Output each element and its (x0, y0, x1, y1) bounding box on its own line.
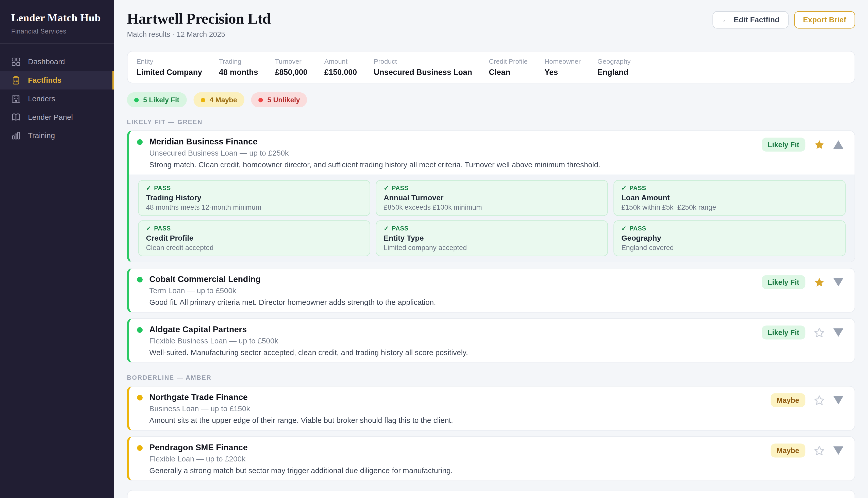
lender-card-controls: Maybe (771, 393, 844, 407)
criterion-tile-loan-amount: ✓ PASS Loan Amount £150k within £5k–£250… (614, 180, 845, 216)
sidebar-item-label: Lenders (28, 94, 55, 103)
expand-triangle-icon[interactable] (833, 446, 843, 455)
summary-field-label: Product (374, 57, 472, 65)
summary-field-label: Geography (597, 57, 631, 65)
criterion-status-label: PASS (629, 225, 646, 232)
criterion-status: ✓ PASS (384, 225, 600, 232)
lender-card-head: Northgate Trade Finance Business Loan — … (129, 386, 855, 430)
star-filled-icon[interactable] (814, 277, 825, 288)
lender-card-head: Meridian Business Finance Unsecured Busi… (129, 131, 855, 175)
criterion-detail: England covered (621, 244, 838, 252)
lender-card-controls: Maybe (771, 443, 844, 457)
lender-card-meridian-business-finance: Meridian Business Finance Unsecured Busi… (127, 130, 855, 262)
status-dot-icon (137, 445, 143, 451)
export-brief-button[interactable]: Export Brief (794, 11, 855, 28)
lender-product: Business Loan — up to £150k (149, 404, 759, 413)
criterion-status: ✓ PASS (146, 225, 363, 232)
main-content: Hartwell Precision Ltd Match results · 1… (114, 0, 868, 498)
lender-note: Strong match. Clean credit, homeowner di… (149, 160, 750, 169)
check-icon: ✓ (384, 185, 389, 192)
lender-card-northgate-trade-finance: Northgate Trade Finance Business Loan — … (127, 386, 855, 431)
criterion-status: ✓ PASS (621, 225, 838, 232)
summary-field-value: £150,000 (324, 68, 357, 77)
match-count-pills: 5 Likely Fit 4 Maybe 5 Unlikely (127, 92, 855, 107)
criterion-status: ✓ PASS (384, 185, 600, 192)
expand-triangle-icon[interactable] (833, 396, 843, 404)
summary-field-amount: Amount £150,000 (324, 57, 357, 77)
fit-badge: Maybe (771, 393, 805, 407)
criterion-detail: Clean credit accepted (146, 244, 363, 252)
sidebar-item-training[interactable]: Training (0, 127, 114, 145)
lender-note: Well-suited. Manufacturing sector accept… (149, 349, 750, 357)
app-subtitle: Financial Services (11, 28, 103, 35)
criterion-tile-annual-turnover: ✓ PASS Annual Turnover £850k exceeds £10… (376, 180, 608, 216)
grid-icon (11, 57, 21, 66)
count-pill-label: 4 Maybe (209, 96, 237, 104)
star-outline-icon[interactable] (814, 445, 825, 456)
status-dot-icon (137, 277, 143, 283)
count-pill-green[interactable]: 5 Likely Fit (127, 92, 186, 107)
lender-name: Meridian Business Finance (149, 137, 750, 146)
fit-badge: Likely Fit (762, 137, 805, 152)
edit-factfind-label: Edit Factfind (734, 16, 779, 24)
sidebar-item-label: Lender Panel (28, 113, 73, 121)
expand-triangle-icon[interactable] (833, 278, 843, 286)
sidebar-nav: Dashboard Factfinds Lenders Lender Panel… (0, 53, 114, 145)
lender-card-head: Cobalt Commercial Lending Term Loan — up… (129, 268, 855, 312)
check-icon: ✓ (146, 185, 151, 192)
summary-field-value: England (597, 68, 631, 77)
book-icon (11, 113, 21, 122)
match-section: LIKELY FIT — GREEN Meridian Business Fin… (127, 119, 855, 363)
criterion-title: Trading History (146, 193, 363, 202)
status-dot-icon (200, 98, 205, 102)
criterion-title: Entity Type (384, 234, 600, 242)
summary-field-label: Amount (324, 57, 357, 65)
summary-field-trading: Trading 48 months (219, 57, 258, 77)
page-header: Hartwell Precision Ltd Match results · 1… (127, 10, 855, 39)
sidebar-item-lenders[interactable]: Lenders (0, 90, 114, 108)
summary-field-value: Unsecured Business Loan (374, 68, 472, 77)
status-dot-icon (137, 395, 143, 401)
broker-notes-card: Broker Notes (127, 490, 855, 498)
status-dot-icon (134, 98, 139, 102)
clipboard-icon (11, 75, 21, 85)
sidebar-item-lender-panel[interactable]: Lender Panel (0, 108, 114, 127)
lender-product: Flexible Loan — up to £200k (149, 455, 759, 463)
count-pill-red[interactable]: 5 Unlikely (251, 92, 307, 107)
summary-field-value: £850,000 (275, 68, 307, 77)
app-title: Lender Match Hub (11, 12, 103, 24)
status-dot-icon (137, 139, 143, 145)
lender-product: Term Loan — up to £500k (149, 286, 750, 295)
page-header-titles: Hartwell Precision Ltd Match results · 1… (127, 10, 271, 39)
star-outline-icon[interactable] (814, 395, 825, 406)
sidebar-item-label: Training (28, 131, 55, 140)
lender-card-body: Northgate Trade Finance Business Loan — … (149, 393, 759, 425)
sidebar-item-factfinds[interactable]: Factfinds (0, 71, 114, 90)
factfind-summary-card: Entity Limited Company Trading 48 months… (127, 51, 855, 83)
summary-field-homeowner: Homeowner Yes (544, 57, 581, 77)
edit-factfind-button[interactable]: ← Edit Factfind (713, 11, 788, 28)
page-title: Hartwell Precision Ltd (127, 10, 271, 27)
back-arrow-icon: ← (722, 16, 729, 24)
sidebar-item-dashboard[interactable]: Dashboard (0, 53, 114, 71)
expand-triangle-icon[interactable] (833, 328, 843, 337)
star-filled-icon[interactable] (814, 139, 825, 150)
fit-badge: Maybe (771, 443, 805, 457)
sidebar-item-label: Dashboard (28, 57, 65, 66)
lender-card-head: Pendragon SME Finance Flexible Loan — up… (129, 437, 855, 481)
page-subtitle: Match results · 12 March 2025 (127, 30, 271, 39)
collapse-triangle-icon[interactable] (833, 140, 843, 149)
lender-card-cobalt-commercial-lending: Cobalt Commercial Lending Term Loan — up… (127, 268, 855, 313)
lender-note: Amount sits at the upper edge of their r… (149, 416, 759, 424)
criterion-tile-credit-profile: ✓ PASS Credit Profile Clean credit accep… (138, 220, 370, 256)
criterion-detail: £850k exceeds £100k minimum (384, 204, 600, 211)
criterion-title: Annual Turnover (384, 193, 600, 202)
criterion-status: ✓ PASS (621, 185, 838, 192)
lender-name: Pendragon SME Finance (149, 443, 759, 452)
lender-name: Northgate Trade Finance (149, 393, 759, 402)
chart-icon (11, 131, 21, 140)
criterion-status: ✓ PASS (146, 185, 363, 192)
star-outline-icon[interactable] (814, 327, 825, 338)
count-pill-amber[interactable]: 4 Maybe (193, 92, 245, 107)
status-dot-icon (137, 327, 143, 333)
